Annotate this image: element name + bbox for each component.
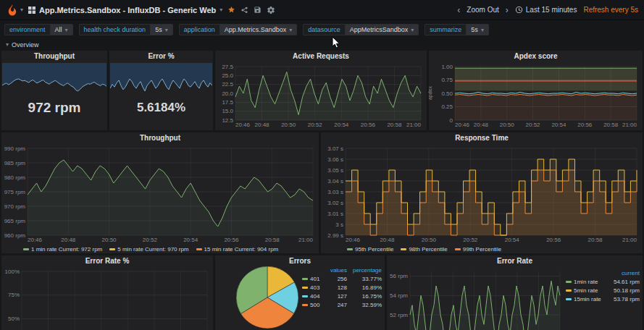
- grafana-logo-icon: [6, 4, 19, 17]
- variable-value-dropdown[interactable]: AppMetricsSandbox ▾: [345, 24, 419, 35]
- grafana-logo-menu[interactable]: ▾: [6, 4, 23, 17]
- throughput-graph: 20:4620:4820:5020:5220:5420:5620:5821:00…: [3, 145, 317, 244]
- legend-series-marker: [196, 248, 202, 250]
- svg-text:20.0: 20.0: [222, 90, 233, 97]
- panel-error-rate: Error Rate 20:4620:4820:5020:5220:5420:5…: [387, 255, 643, 330]
- svg-text:56 rpm: 56 rpm: [390, 273, 408, 279]
- row-toggle-overview[interactable]: ▾ Overview: [0, 39, 644, 50]
- navbar-time-controls: ‹ Zoom Out › Last 15 minutes Refresh eve…: [457, 5, 638, 15]
- svg-text:20:58: 20:58: [603, 122, 619, 128]
- save-icon[interactable]: [254, 6, 262, 14]
- variable-value: App.Metrics.Sandbox: [225, 26, 287, 33]
- error-percent-stat-value: 5.6184%: [109, 93, 213, 123]
- legend-item[interactable]: 15 min rate Current: 904 rpm: [196, 246, 279, 253]
- variable-value: All: [55, 26, 62, 33]
- clock-icon: [515, 6, 523, 14]
- svg-text:20:58: 20:58: [387, 122, 402, 128]
- svg-text:3.04 s: 3.04 s: [327, 178, 343, 185]
- time-range-picker[interactable]: Last 15 minutes: [515, 6, 577, 14]
- panel-title[interactable]: Error %: [109, 51, 213, 62]
- variable-label: application: [179, 24, 219, 35]
- svg-text:20:46: 20:46: [28, 237, 43, 243]
- svg-text:20:50: 20:50: [102, 237, 117, 243]
- legend-item[interactable]: 403: [302, 284, 324, 291]
- svg-text:52 rpm: 52 rpm: [390, 312, 408, 318]
- zoom-out-button[interactable]: Zoom Out: [467, 6, 498, 14]
- refresh-picker[interactable]: Refresh every 5s: [583, 6, 638, 14]
- star-icon[interactable]: [227, 6, 235, 14]
- legend-series-marker: [455, 248, 461, 250]
- legend-item[interactable]: 404: [302, 293, 324, 300]
- legend-column-header: values: [327, 267, 347, 274]
- svg-text:980 rpm: 980 rpm: [4, 174, 26, 181]
- svg-text:960 rpm: 960 rpm: [4, 232, 26, 239]
- panel-title[interactable]: Error Rate: [387, 255, 643, 267]
- time-shift-left-button[interactable]: ‹: [457, 5, 460, 15]
- chevron-down-icon: ▾: [6, 41, 9, 48]
- panel-title[interactable]: Apdex score: [429, 51, 643, 62]
- svg-text:75%: 75%: [8, 292, 20, 298]
- svg-text:985 rpm: 985 rpm: [4, 160, 26, 166]
- variable-label: summarize: [425, 24, 466, 35]
- svg-text:20:46: 20:46: [346, 237, 361, 243]
- svg-text:20:52: 20:52: [526, 122, 541, 128]
- legend-series-marker: [23, 248, 29, 250]
- legend-item[interactable]: 95th Percentile: [347, 246, 393, 253]
- legend-item[interactable]: 5 min rate Current: 970 rpm: [109, 246, 188, 253]
- chevron-down-icon: ▾: [65, 27, 68, 33]
- variable-summarize: summarize 5s ▾: [425, 24, 489, 35]
- svg-text:970 rpm: 970 rpm: [4, 203, 26, 210]
- variable-value-dropdown[interactable]: App.Metrics.Sandbox ▾: [219, 24, 298, 35]
- time-range-label: Last 15 minutes: [526, 6, 577, 14]
- svg-text:20:56: 20:56: [577, 122, 593, 128]
- svg-text:20:52: 20:52: [463, 237, 478, 243]
- variable-value-dropdown[interactable]: 5s ▾: [466, 24, 489, 35]
- error-rate-percent-graph: 20:4620:4820:5020:5220:5420:5620:5821:00…: [3, 268, 212, 330]
- legend-item[interactable]: 99th Percentile: [455, 246, 501, 253]
- legend-item[interactable]: 1 min rate Current: 972 rpm: [23, 246, 102, 253]
- legend-column-header: current: [566, 270, 640, 276]
- dashboard-title: App.Metrics.Sandbox - InfluxDB - Generic…: [39, 6, 216, 14]
- dashboard-switcher[interactable]: App.Metrics.Sandbox - InfluxDB - Generic…: [28, 6, 222, 14]
- panel-apdex-score: Apdex score apdex 20:4620:4820:5020:5220…: [429, 51, 643, 130]
- time-shift-right-button[interactable]: ›: [506, 5, 509, 15]
- legend-item[interactable]: 1min rate54.61 rpm: [566, 279, 640, 285]
- svg-text:20:58: 20:58: [588, 237, 603, 243]
- throughput-legend: 1 min rate Current: 972 rpm5 min rate Cu…: [23, 246, 278, 253]
- svg-text:3.01 s: 3.01 s: [327, 211, 343, 217]
- panel-title[interactable]: Error Rate %: [1, 255, 213, 267]
- legend-item[interactable]: 500: [302, 302, 324, 308]
- svg-text:3 s: 3 s: [335, 221, 343, 228]
- variable-value-dropdown[interactable]: 5s ▾: [150, 24, 173, 35]
- svg-text:3.05 s: 3.05 s: [327, 167, 343, 174]
- panel-title[interactable]: Throughput: [1, 51, 107, 62]
- panel-title[interactable]: Active Requests: [215, 51, 427, 62]
- svg-text:21:00: 21:00: [406, 122, 422, 128]
- svg-text:0.25: 0.25: [441, 103, 453, 110]
- svg-text:3.02 s: 3.02 s: [327, 200, 343, 206]
- legend-item[interactable]: 401: [302, 276, 324, 282]
- chevron-down-icon: ▾: [219, 7, 222, 13]
- legend-series-marker: [347, 248, 353, 250]
- variable-value-dropdown[interactable]: All ▾: [50, 24, 73, 35]
- share-icon[interactable]: [241, 6, 248, 14]
- response-time-graph: 20:4620:4820:5020:5220:5420:5620:5821:00…: [322, 145, 641, 244]
- legend-item[interactable]: 98th Percentile: [401, 246, 447, 253]
- panel-error-percent-stat: Error % 5.6184%: [109, 51, 213, 130]
- legend-item[interactable]: 15min rate53.78 rpm: [566, 296, 640, 302]
- svg-text:22.5: 22.5: [222, 81, 233, 88]
- variable-label: datasource: [303, 24, 345, 35]
- legend-item[interactable]: 5min rate50.18 rpm: [566, 287, 640, 294]
- variable-health-check-duration: health check duration 5s ▾: [79, 24, 173, 35]
- panel-title[interactable]: Throughput: [1, 132, 319, 144]
- panel-title[interactable]: Response Time: [321, 132, 643, 144]
- svg-text:20:56: 20:56: [361, 122, 376, 128]
- chevron-down-icon: ▾: [289, 27, 292, 33]
- svg-text:0.50: 0.50: [441, 90, 453, 97]
- settings-gear-icon[interactable]: [267, 6, 275, 14]
- panel-throughput-stat: Throughput 972 rpm: [1, 51, 107, 130]
- svg-text:20:48: 20:48: [255, 122, 270, 128]
- svg-text:20:54: 20:54: [505, 237, 520, 243]
- apdex-y-axis-label: apdex: [427, 86, 432, 100]
- svg-text:20:48: 20:48: [380, 237, 395, 243]
